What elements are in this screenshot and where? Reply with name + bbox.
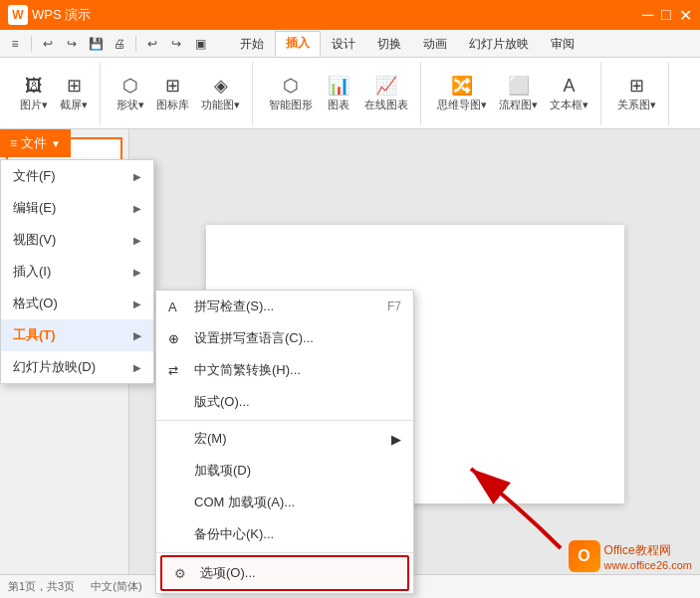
spell-shortcut: F7 [387, 299, 401, 313]
watermark: O Office教程网 www.office26.com [569, 540, 692, 572]
submenu-item-backup[interactable]: 备份中心(K)... [156, 518, 413, 550]
menu-item-view[interactable]: 视图(V) ▶ [1, 224, 153, 256]
ribbon-group-other: 🔀 思维导图▾ ⬜ 流程图▾ A 文本框▾ [425, 62, 601, 125]
menu-item-view-label: 视图(V) [13, 231, 56, 249]
tab-insert[interactable]: 插入 [275, 31, 321, 57]
maximize-btn[interactable]: □ [661, 6, 671, 24]
iconlib-icon: ⊞ [161, 74, 185, 98]
submenu-com-addins-label: COM 加载项(A)... [194, 494, 295, 511]
picture-icon: 🖼 [22, 74, 46, 98]
submenu-item-com-addins[interactable]: COM 加载项(A)... [156, 487, 413, 518]
submenu-spell-lang-label: 设置拼写查语言(C)... [194, 329, 314, 347]
submenu-arrow-icon4: ▶ [133, 267, 141, 278]
separator [31, 36, 32, 52]
flowchart-btn[interactable]: ⬜ 流程图▾ [495, 72, 542, 114]
logo-letter: W [12, 8, 23, 22]
mindmap-btn[interactable]: 🔀 思维导图▾ [433, 72, 491, 114]
textbox-btn[interactable]: A 文本框▾ [546, 72, 592, 114]
menu-item-edit[interactable]: 编辑(E) ▶ [1, 192, 153, 224]
save-btn[interactable]: 💾 [85, 33, 107, 55]
submenu-arrow-icon6: ▶ [133, 330, 141, 341]
file-menu-wrapper: ≡ 文件 ▼ 文件(F) ▶ 编辑(E) ▶ 视图(V) ▶ 插入(I) ▶ [0, 129, 71, 157]
menu-item-tools[interactable]: 工具(T) ▶ [1, 319, 153, 351]
close-btn[interactable]: ✕ [679, 6, 692, 25]
funcdiag-label: 功能图▾ [201, 98, 240, 112]
submenu-item-format[interactable]: 版式(O)... [156, 386, 413, 418]
menu-btn[interactable]: ≡ [4, 33, 26, 55]
submenu-backup-label: 备份中心(K)... [194, 525, 274, 543]
screenshot-btn[interactable]: ⊞ 截屏▾ [56, 72, 92, 114]
submenu-arrow-icon5: ▶ [133, 299, 141, 309]
tab-review[interactable]: 审阅 [540, 31, 585, 57]
chart-btn[interactable]: 📊 图表 [321, 72, 356, 114]
options-icon: ⚙ [174, 566, 194, 581]
screenshot-label: 截屏▾ [60, 98, 88, 112]
iconlib-label: 图标库 [156, 98, 189, 112]
picture-btn[interactable]: 🖼 图片▾ [16, 72, 52, 114]
file-menu-button[interactable]: ≡ 文件 ▼ [0, 129, 71, 157]
relation-btn[interactable]: ⊞ 关系图▾ [613, 72, 660, 114]
app-logo: W [8, 5, 28, 25]
tab-transition[interactable]: 切换 [366, 31, 412, 57]
menu-item-edit-label: 编辑(E) [13, 199, 56, 217]
ribbon-content: 🖼 图片▾ ⊞ 截屏▾ ⬡ 形状▾ ⊞ 图标库 ◈ 功能图▾ [0, 58, 700, 129]
funcdiag-btn[interactable]: ◈ 功能图▾ [197, 72, 244, 114]
submenu-addins-label: 加载项(D) [194, 462, 251, 480]
iconlib-btn[interactable]: ⊞ 图标库 [152, 72, 193, 114]
submenu-spell-label: 拼写检查(S)... [194, 298, 274, 315]
submenu-arrow-icon: ▶ [133, 171, 141, 182]
menu-item-file[interactable]: 文件(F) ▶ [1, 160, 153, 192]
lang-status: 中文(简体) [91, 579, 141, 594]
submenu-item-addins[interactable]: 加载项(D) [156, 455, 413, 487]
ribbon-group-image: 🖼 图片▾ ⊞ 截屏▾ [8, 62, 101, 125]
redo-btn[interactable]: ↪ [61, 33, 83, 55]
smartart-btn[interactable]: ⬡ 智能图形 [265, 72, 317, 114]
submenu-divider2 [156, 552, 413, 553]
chart-icon: 📊 [327, 74, 350, 98]
relation-icon: ⊞ [625, 74, 649, 98]
funcdiag-icon: ◈ [209, 74, 233, 98]
menu-item-slideshow[interactable]: 幻灯片放映(D) ▶ [1, 351, 153, 383]
mindmap-label: 思维导图▾ [437, 98, 487, 112]
submenu-item-options[interactable]: ⚙ 选项(O)... [162, 557, 407, 589]
ribbon-group-relation: ⊞ 关系图▾ [605, 62, 669, 125]
online-chart-icon: 📈 [374, 74, 398, 98]
ribbon-group-smart: ⬡ 智能图形 📊 图表 📈 在线图表 [257, 62, 421, 125]
print-btn[interactable]: 🖨 [109, 33, 130, 55]
file-dropdown-menu: 文件(F) ▶ 编辑(E) ▶ 视图(V) ▶ 插入(I) ▶ 格式(O) ▶ … [0, 159, 154, 384]
flowchart-icon: ⬜ [507, 74, 531, 98]
slide-count: 第1页，共3页 [8, 579, 75, 594]
shape-btn[interactable]: ⬡ 形状▾ [113, 72, 148, 114]
menu-item-format[interactable]: 格式(O) ▶ [1, 288, 153, 319]
tab-slideshow[interactable]: 幻灯片放映 [458, 31, 540, 57]
submenu-arrow-icon7: ▶ [133, 362, 141, 373]
tab-animation[interactable]: 动画 [412, 31, 458, 57]
submenu-options-label: 选项(O)... [200, 564, 256, 582]
submenu-item-spell-lang[interactable]: ⊕ 设置拼写查语言(C)... [156, 322, 413, 354]
menu-item-insert[interactable]: 插入(I) ▶ [1, 256, 153, 288]
submenu-item-spell[interactable]: A 拼写检查(S)... F7 [156, 291, 413, 322]
misc-btn[interactable]: ▣ [189, 33, 211, 55]
textbox-icon: A [558, 74, 582, 98]
watermark-text-area: Office教程网 www.office26.com [604, 542, 692, 571]
minimize-btn[interactable]: ─ [642, 6, 653, 24]
tab-start[interactable]: 开始 [229, 31, 275, 57]
submenu-item-macro[interactable]: 宏(M) ▶ [156, 423, 413, 455]
menu-item-tools-label: 工具(T) [13, 326, 56, 344]
menu-item-file-label: 文件(F) [13, 167, 56, 185]
menu-item-format-label: 格式(O) [13, 295, 58, 312]
tab-design[interactable]: 设计 [321, 31, 366, 57]
mindmap-icon: 🔀 [450, 74, 474, 98]
online-chart-btn[interactable]: 📈 在线图表 [360, 72, 412, 114]
submenu-item-convert[interactable]: ⇄ 中文简繁转换(H)... [156, 354, 413, 386]
convert-icon: ⇄ [168, 363, 188, 377]
watermark-site: Office教程网 [604, 542, 692, 559]
submenu-format-label: 版式(O)... [194, 393, 250, 411]
undo-btn[interactable]: ↩ [37, 33, 59, 55]
submenu-divider1 [156, 420, 413, 421]
ribbon-group-shape: ⬡ 形状▾ ⊞ 图标库 ◈ 功能图▾ [105, 62, 253, 125]
undo2-btn[interactable]: ↩ [141, 33, 163, 55]
redo2-btn[interactable]: ↪ [165, 33, 187, 55]
shape-icon: ⬡ [118, 74, 142, 98]
title-bar: W WPS 演示 ─ □ ✕ [0, 0, 700, 30]
